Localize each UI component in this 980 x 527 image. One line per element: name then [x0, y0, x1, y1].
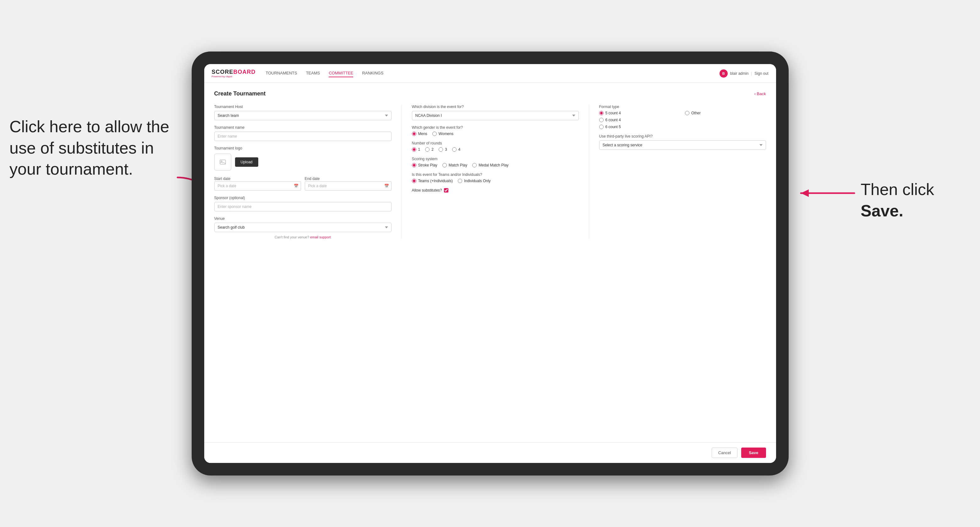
nav-teams[interactable]: TEAMS — [306, 70, 320, 77]
form-col-2: Which division is the event for? NCAA Di… — [402, 105, 579, 239]
end-date-wrap: 📅 — [305, 181, 391, 190]
format-other[interactable]: Other — [685, 111, 766, 115]
calendar-icon: 📅 — [294, 184, 299, 188]
venue-help-link[interactable]: email support — [310, 235, 331, 239]
annotation-right: Then click Save. — [861, 179, 967, 221]
nav-rankings[interactable]: RANKINGS — [362, 70, 383, 77]
tournament-logo-group: Tournament logo Upload — [214, 146, 391, 171]
svg-marker-1 — [801, 189, 809, 197]
tournament-name-group: Tournament name — [214, 125, 391, 141]
rounds-3-radio[interactable] — [439, 147, 443, 152]
rounds-group: Number of rounds 1 2 — [412, 141, 579, 152]
scoring-medal-match-radio[interactable] — [472, 163, 477, 167]
rounds-radio-group: 1 2 3 — [412, 147, 579, 152]
form-grid: Tournament Host Search team Tournament n… — [214, 105, 766, 239]
rounds-2-radio[interactable] — [425, 147, 430, 152]
rounds-2-label: 2 — [431, 147, 434, 152]
tournament-host-group: Tournament Host Search team — [214, 105, 391, 120]
event-for-label: Is this event for Teams and/or Individua… — [412, 172, 579, 177]
page-title: Create Tournament — [214, 90, 266, 97]
format-5count4[interactable]: 5 count 4 — [599, 111, 680, 115]
brand-logo: SCOREBOARD Powered by clippd — [212, 69, 256, 78]
scoring-api-group: Use third-party live scoring API? Select… — [599, 134, 766, 150]
division-group: Which division is the event for? NCAA Di… — [412, 105, 579, 120]
scoring-api-label: Use third-party live scoring API? — [599, 134, 766, 138]
gender-womens-radio[interactable] — [432, 132, 437, 136]
format-6count4[interactable]: 6 count 4 — [599, 118, 680, 122]
venue-help-text: Can't find your venue? email support — [214, 235, 391, 239]
gender-mens-radio[interactable] — [412, 132, 416, 136]
event-individuals-radio[interactable] — [458, 179, 462, 183]
tournament-name-input[interactable] — [214, 132, 391, 141]
navbar: SCOREBOARD Powered by clippd TOURNAMENTS… — [204, 64, 776, 83]
end-date-input[interactable] — [305, 181, 391, 190]
tournament-host-label: Tournament Host — [214, 105, 391, 109]
gender-womens[interactable]: Womens — [432, 132, 453, 136]
rounds-3-label: 3 — [445, 147, 447, 152]
calendar-icon-end: 📅 — [384, 184, 389, 188]
allow-subs-label[interactable]: Allow substitutes? — [412, 188, 579, 192]
gender-womens-label: Womens — [439, 132, 453, 136]
save-button[interactable]: Save — [741, 448, 766, 458]
brand-score: SCORE — [212, 69, 234, 75]
nav-divider: | — [751, 71, 752, 76]
rounds-4-radio[interactable] — [452, 147, 457, 152]
end-date-group: End date 📅 — [305, 176, 391, 190]
annotation-left: Click here to allow the use of substitut… — [10, 116, 185, 180]
nav-committee[interactable]: COMMITTEE — [329, 70, 353, 77]
rounds-4-label: 4 — [458, 147, 461, 152]
scoring-stroke-label: Stroke Play — [418, 163, 438, 167]
start-date-input[interactable] — [214, 181, 301, 190]
sponsor-group: Sponsor (optional) — [214, 196, 391, 211]
cancel-button[interactable]: Cancel — [712, 448, 737, 458]
scoring-match[interactable]: Match Play — [442, 163, 467, 167]
venue-label: Venue — [214, 216, 391, 221]
event-teams[interactable]: Teams (+Individuals) — [412, 179, 453, 183]
event-individuals-label: Individuals Only — [464, 179, 491, 183]
upload-button[interactable]: Upload — [235, 157, 258, 167]
brand-title: SCOREBOARD — [212, 69, 256, 75]
end-date-label: End date — [305, 176, 320, 181]
rounds-2[interactable]: 2 — [425, 147, 434, 152]
rounds-4[interactable]: 4 — [452, 147, 461, 152]
event-teams-radio[interactable] — [412, 179, 416, 183]
scoring-radio-group: Stroke Play Match Play Medal Match Play — [412, 163, 579, 167]
event-individuals[interactable]: Individuals Only — [458, 179, 491, 183]
back-button[interactable]: ‹ Back — [754, 91, 766, 96]
venue-select[interactable]: Search golf club — [214, 223, 391, 232]
division-select[interactable]: NCAA Division I — [412, 111, 579, 120]
format-5count4-radio[interactable] — [599, 111, 604, 115]
form-col-1: Tournament Host Search team Tournament n… — [214, 105, 391, 239]
scoring-match-radio[interactable] — [442, 163, 447, 167]
sponsor-input[interactable] — [214, 202, 391, 211]
scoring-label: Scoring system — [412, 157, 579, 161]
format-6count5-radio[interactable] — [599, 125, 604, 129]
tournament-host-select[interactable]: Search team — [214, 111, 391, 120]
rounds-1-radio[interactable] — [412, 147, 416, 152]
rounds-1[interactable]: 1 — [412, 147, 420, 152]
signout-link[interactable]: Sign out — [754, 71, 768, 76]
gender-mens[interactable]: Mens — [412, 132, 427, 136]
brand-board: BOARD — [234, 69, 256, 75]
form-col-3: Format type 5 count 4 Other — [589, 105, 766, 239]
format-other-radio[interactable] — [685, 111, 689, 115]
start-date-wrap: 📅 — [214, 181, 301, 190]
format-other-label: Other — [691, 111, 701, 115]
allow-subs-group: Allow substitutes? — [412, 188, 579, 192]
allow-subs-checkbox[interactable] — [444, 188, 449, 192]
scoring-group: Scoring system Stroke Play Match Play — [412, 157, 579, 167]
date-group: Start date 📅 End date — [214, 176, 391, 190]
format-6count4-radio[interactable] — [599, 118, 604, 122]
rounds-3[interactable]: 3 — [439, 147, 447, 152]
allow-subs-text: Allow substitutes? — [412, 188, 442, 192]
scoring-stroke[interactable]: Stroke Play — [412, 163, 438, 167]
scoring-medal-match[interactable]: Medal Match Play — [472, 163, 508, 167]
format-6count5[interactable]: 6 count 5 — [599, 125, 680, 129]
nav-tournaments[interactable]: TOURNAMENTS — [266, 70, 297, 77]
start-date-group: Start date 📅 — [214, 176, 301, 190]
scoring-api-select[interactable]: Select a scoring service — [599, 140, 766, 150]
scoring-stroke-radio[interactable] — [412, 163, 416, 167]
svg-rect-2 — [220, 160, 226, 164]
rounds-1-label: 1 — [418, 147, 420, 152]
gender-radio-group: Mens Womens — [412, 132, 579, 136]
